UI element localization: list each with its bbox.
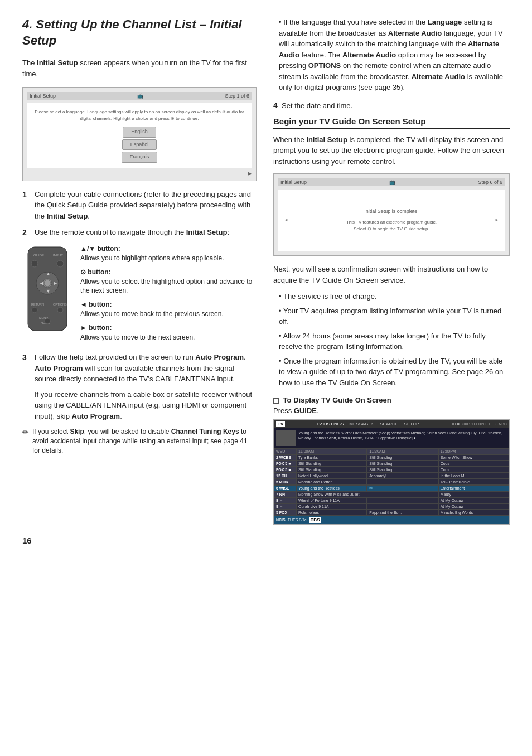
guide-cbs-logo: CBS <box>309 517 322 523</box>
screen-body: Please select a language. Language setti… <box>27 103 252 168</box>
guide-chan-6: 6 WISE <box>274 485 296 491</box>
svg-text:►: ► <box>53 280 58 286</box>
screen6-header: Initial Setup 📺 Step 6 of 6 <box>278 178 505 186</box>
tv-guide-grid: 2 WCBS Tyra Banks Still Standing Some Wi… <box>274 454 509 516</box>
guide-cell-1-1[interactable]: Tyra Banks <box>296 454 367 461</box>
tab-tv-listings[interactable]: TV LISTINGS <box>316 421 344 427</box>
page-number: 16 <box>22 536 510 545</box>
step-1-content: Complete your cable connections (refer t… <box>35 189 257 222</box>
screen-header: Initial Setup 📺 Step 1 of 6 <box>27 92 252 100</box>
guide-cell-1-3[interactable]: Some Witch Show <box>438 454 509 461</box>
guide-cell-2-3[interactable]: Cops <box>438 461 509 467</box>
guide-cell-10-1[interactable]: Rolamolaas <box>296 510 367 516</box>
forward-button-text: Allows you to move to the next screen. <box>80 333 195 341</box>
guide-cell-8-1[interactable]: Wheel of Fortune 9 11A <box>296 497 367 503</box>
to-display-title: To Display TV Guide On Screen <box>273 396 510 404</box>
guide-chan-1: 2 WCBS <box>274 454 296 461</box>
svg-point-4 <box>57 260 64 267</box>
francais-button[interactable]: Français <box>122 152 158 163</box>
bullet-alternate-audio: If the language that you have selected i… <box>279 17 510 93</box>
section-intro-text: When the Initial Setup is completed, the… <box>273 134 510 167</box>
guide-cell-6-hd: hd <box>367 485 438 491</box>
guide-cell-4-1[interactable]: Noted Hollywood <box>296 473 367 479</box>
guide-cell-7-1[interactable]: Morning Show With Mike and Juliet <box>296 491 438 497</box>
guide-logo: TV <box>276 421 285 427</box>
guide-cell-5-3[interactable]: Tell-Unintelligible <box>438 479 509 485</box>
guide-cell-3-3[interactable]: Cops <box>438 467 509 473</box>
initial-setup-screen-step1: Initial Setup 📺 Step 1 of 6 Please selec… <box>22 87 257 181</box>
left-column: 4. Setting Up the Channel List – Initial… <box>22 17 257 525</box>
guide-cell-6-1[interactable]: Young and the Restless <box>296 485 367 491</box>
guide-cell-10-3[interactable]: Miracle: Big Words <box>438 510 509 516</box>
english-button[interactable]: English <box>123 127 156 138</box>
button-descriptions: ▲/▼ button: Allows you to highlight opti… <box>80 244 257 346</box>
tv-guide-preview: Young and the Restless "Victor Fires Mic… <box>274 428 509 448</box>
initial-setup-screen-step6: Initial Setup 📺 Step 6 of 6 ◄ Initial Se… <box>273 173 510 256</box>
screen6-line2: This TV features an electronic program g… <box>346 219 437 226</box>
espanol-button[interactable]: Español <box>122 139 157 151</box>
step-4: 4 Set the date and time. <box>273 101 510 110</box>
forward-button-desc: ► button: Allows you to move to the next… <box>80 323 257 342</box>
guide-cell-1-2[interactable]: Still Standing <box>367 454 438 461</box>
screen6-body: ◄ Initial Setup is complete. This TV fea… <box>278 190 505 251</box>
right-bullet-list: If the language that you have selected i… <box>273 17 510 93</box>
tab-search[interactable]: SEARCH <box>380 421 398 427</box>
step-3: 3 Follow the help text provided on the s… <box>22 352 257 421</box>
select-button-label: ⊙ button: <box>80 268 111 276</box>
guide-chan-2: FOX 5 ■ <box>274 461 296 467</box>
remote-svg: GUIDE INPUT ▲ ▼ ◄ ► <box>22 244 72 333</box>
screen-logo: 📺 <box>137 93 143 99</box>
guide-cell-8-2[interactable] <box>367 497 438 503</box>
screen6-line3: Select ⊙ to begin the TV Guide setup. <box>346 226 437 232</box>
to-display-text: Press GUIDE. <box>273 406 510 415</box>
guide-cell-6-3[interactable]: Entertainment <box>438 485 509 491</box>
guide-header-t3: 12:00PM <box>438 448 509 454</box>
tab-messages[interactable]: MESSAGES <box>349 421 374 427</box>
intro-text: The Initial Setup screen appears when yo… <box>22 57 257 79</box>
guide-cell-5-2[interactable] <box>367 479 438 485</box>
step-1: 1 Complete your cable connections (refer… <box>22 189 257 222</box>
guide-cell-9-3[interactable]: At My Outlaw <box>438 503 509 510</box>
back-button-desc: ◄ button: Allows you to move back to the… <box>80 300 257 319</box>
guide-chan-8: 8 ← <box>274 497 296 503</box>
step-3-number: 3 <box>22 352 30 421</box>
screen6-title: Initial Setup <box>280 180 307 185</box>
remote-section: GUIDE INPUT ▲ ▼ ◄ ► <box>22 244 257 346</box>
guide-cell-2-2[interactable]: Still Standing <box>367 461 438 467</box>
guide-header-t2: 11:30AM <box>367 448 438 454</box>
back-button-label: ◄ button: <box>80 301 112 308</box>
guide-chan-4: 12 CH <box>274 473 296 479</box>
screen-step: Step 1 of 6 <box>225 93 249 99</box>
guide-cell-2-1[interactable]: Still Standing <box>296 461 367 467</box>
guide-cell-9-2[interactable] <box>367 503 438 510</box>
guide-cell-3-1[interactable]: Still Standing <box>296 467 367 473</box>
guide-status: DD ■ 8:00 9:00 10:00 CH 3 NBC <box>451 422 507 426</box>
screen6-line1: Initial Setup is complete. <box>346 208 437 216</box>
back-button-text: Allows you to move back to the previous … <box>80 310 224 318</box>
language-buttons: English Español Français <box>33 127 246 163</box>
bullet-two-days: Once the program information is obtained… <box>279 356 510 389</box>
step-2-number: 2 <box>22 227 30 239</box>
tv-guide-top-bar: TV TV LISTINGS MESSAGES SEARCH SETUP DD … <box>274 420 509 428</box>
guide-cell-4-3[interactable]: In the Loop M... <box>438 473 509 479</box>
guide-cell-5-1[interactable]: Morning and Rotten <box>296 479 367 485</box>
guide-cell-4-2[interactable]: Jeopardy! <box>367 473 438 479</box>
right-column: If the language that you have selected i… <box>273 17 510 525</box>
guide-chan-7: 7 NN <box>274 491 296 497</box>
tv-guide-tabs: TV LISTINGS MESSAGES SEARCH SETUP <box>288 421 447 427</box>
page-title: 4. Setting Up the Channel List – Initial… <box>22 17 257 49</box>
bullet-free: The service is free of charge. <box>279 291 510 302</box>
to-display-section: To Display TV Guide On Screen Press GUID… <box>273 396 510 415</box>
next-text: Next, you will see a confirmation screen… <box>273 264 510 285</box>
guide-cell-10-2[interactable]: Papp and the Bo... <box>367 510 438 516</box>
note-icon: ✏ <box>22 427 29 455</box>
guide-cell-9-1[interactable]: Oprah Live 9 11A <box>296 503 367 510</box>
guide-chan-9: 9 ← <box>274 503 296 510</box>
guide-cell-7-3[interactable]: Maury <box>438 491 509 497</box>
guide-header-chan: WED <box>274 448 296 454</box>
guide-cell-3-2[interactable]: Still Standing <box>367 467 438 473</box>
guide-cell-8-3[interactable]: At My Outlaw <box>438 497 509 503</box>
tab-setup[interactable]: SETUP <box>404 421 419 427</box>
step-1-number: 1 <box>22 189 30 222</box>
up-down-button-desc: ▲/▼ button: Allows you to highlight opti… <box>80 244 257 263</box>
